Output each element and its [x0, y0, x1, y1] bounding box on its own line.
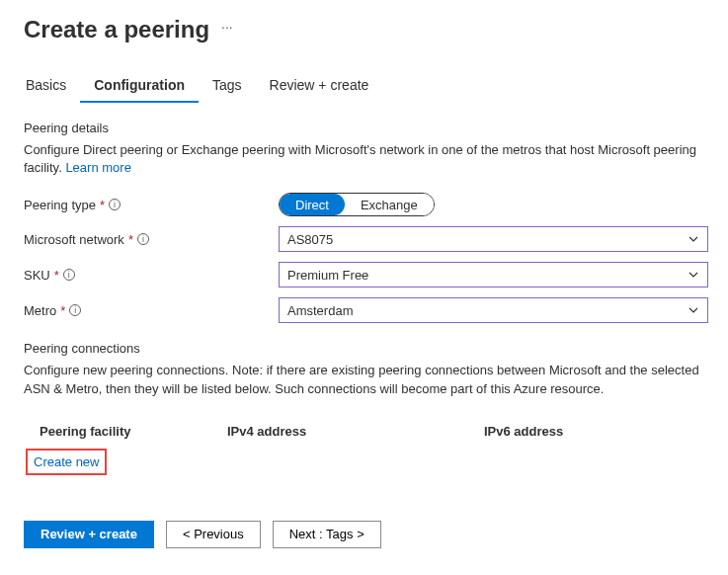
- metro-value: Amsterdam: [287, 303, 353, 318]
- column-ipv6-address: IPv6 address: [484, 424, 708, 439]
- tab-bar: Basics Configuration Tags Review + creat…: [24, 71, 708, 103]
- sku-select[interactable]: Premium Free: [279, 262, 708, 288]
- peering-details-heading: Peering details: [24, 121, 708, 135]
- chevron-down-icon: [688, 233, 699, 245]
- microsoft-network-select[interactable]: AS8075: [279, 226, 708, 252]
- peering-type-direct[interactable]: Direct: [280, 194, 345, 215]
- create-new-highlight: Create new: [26, 449, 107, 475]
- page-title: Create a peering: [24, 16, 209, 43]
- footer-actions: Review + create < Previous Next : Tags >: [24, 521, 708, 548]
- peering-connections-heading: Peering connections: [24, 341, 708, 356]
- required-indicator: *: [100, 198, 105, 212]
- tab-review-create[interactable]: Review + create: [256, 71, 383, 103]
- metro-label: Metro: [24, 303, 56, 318]
- tab-tags[interactable]: Tags: [199, 71, 256, 103]
- info-icon[interactable]: i: [109, 199, 121, 210]
- sku-value: Premium Free: [287, 268, 368, 283]
- more-actions-icon[interactable]: ···: [221, 19, 233, 41]
- tab-basics[interactable]: Basics: [24, 71, 80, 103]
- chevron-down-icon: [688, 269, 699, 281]
- connections-table-header: Peering facility IPv4 address IPv6 addre…: [24, 414, 708, 449]
- required-indicator: *: [54, 268, 59, 283]
- previous-button[interactable]: < Previous: [166, 521, 261, 548]
- info-icon[interactable]: i: [69, 304, 81, 316]
- required-indicator: *: [60, 303, 65, 318]
- column-peering-facility: Peering facility: [40, 424, 227, 439]
- peering-type-toggle[interactable]: Direct Exchange: [279, 193, 435, 216]
- peering-type-label: Peering type: [24, 198, 96, 212]
- required-indicator: *: [128, 232, 133, 247]
- column-ipv4-address: IPv4 address: [227, 424, 484, 439]
- microsoft-network-label: Microsoft network: [24, 232, 124, 247]
- chevron-down-icon: [688, 304, 699, 316]
- tab-configuration[interactable]: Configuration: [80, 71, 199, 103]
- peering-details-description: Configure Direct peering or Exchange pee…: [24, 141, 708, 177]
- info-icon[interactable]: i: [63, 269, 75, 281]
- microsoft-network-value: AS8075: [287, 232, 333, 247]
- create-new-link[interactable]: Create new: [34, 454, 99, 469]
- next-button[interactable]: Next : Tags >: [273, 521, 381, 548]
- review-create-button[interactable]: Review + create: [24, 521, 154, 548]
- info-icon[interactable]: i: [137, 233, 149, 245]
- learn-more-link[interactable]: Learn more: [65, 160, 130, 175]
- peering-connections-description: Configure new peering connections. Note:…: [24, 362, 708, 397]
- peering-type-exchange[interactable]: Exchange: [345, 194, 434, 215]
- sku-label: SKU: [24, 268, 50, 283]
- metro-select[interactable]: Amsterdam: [279, 297, 708, 323]
